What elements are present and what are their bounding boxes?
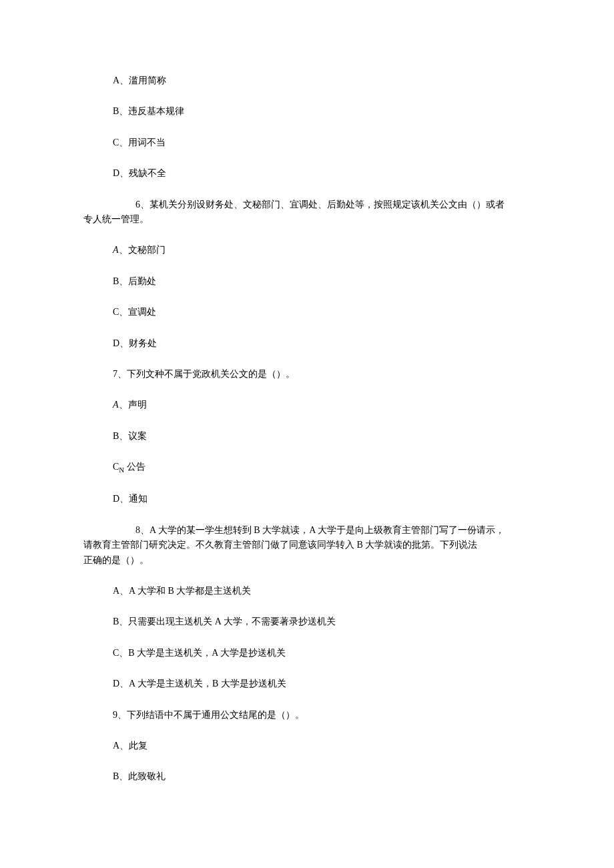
q6-stem-line2: 专人统一管理。 bbox=[83, 212, 531, 227]
q6-optA-prefix: A bbox=[113, 245, 119, 255]
q9-option-b: B、此致敬礼 bbox=[113, 769, 531, 784]
q8-option-a: A、A 大学和 B 大学都是主送机关 bbox=[113, 584, 531, 598]
q9-option-a: A、此复 bbox=[113, 739, 531, 753]
q8-stem: 8、A 大学的某一学生想转到 B 大学就读，A 大学于是向上级教育主管部门写了一… bbox=[83, 523, 531, 568]
q6-stem-line1: 6、某机关分别设财务处、文秘部门、宜调处、后勤处等，按照规定该机关公文由（）或者 bbox=[83, 197, 531, 212]
document-page: A、滥用简称 B、违反基本规律 C、用词不当 D、残缺不全 6、某机关分别设财务… bbox=[0, 0, 614, 854]
q6-option-c: C、宣调处 bbox=[113, 305, 531, 320]
q8-stem-line2: 请教育主管部门研究决定。不久教育主管部门做了同意该同学转入 B 大学就读的批第。… bbox=[83, 538, 531, 552]
q5-option-d: D、残缺不全 bbox=[113, 166, 531, 181]
q7-option-c: CN 公告 bbox=[113, 460, 531, 476]
q6-option-d: D、财务处 bbox=[113, 336, 531, 351]
q5-option-a: A、滥用简称 bbox=[113, 73, 531, 88]
q8-option-c: C、B 大学是主送机关，A 大学是抄送机关 bbox=[113, 646, 531, 661]
q8-stem-line3: 正确的是（）。 bbox=[83, 553, 531, 568]
q8-option-d: D、A 大学是主送机关，B 大学是抄送机关 bbox=[113, 677, 531, 691]
q6-option-b: B、后勤处 bbox=[113, 274, 531, 289]
q7-option-a: A、声明 bbox=[113, 398, 531, 412]
q7-optA-rest: 、声明 bbox=[119, 400, 147, 410]
q7-option-d: D、通知 bbox=[113, 492, 531, 506]
q8-option-b: B、只需要出现主送机关 A 大学，不需要著录抄送机关 bbox=[113, 614, 531, 629]
q7-option-b: B、议案 bbox=[113, 429, 531, 444]
q6-option-a: A、文秘部门 bbox=[113, 243, 531, 258]
q7-optA-prefix: A bbox=[113, 400, 119, 410]
q7-optC-prefix: C bbox=[113, 462, 119, 472]
q7-optC-rest: 公告 bbox=[124, 462, 145, 472]
q5-option-c: C、用词不当 bbox=[113, 135, 531, 150]
q7-stem: 7、下列文种不属于党政机关公文的是（）。 bbox=[113, 367, 531, 382]
q8-stem-line1: 8、A 大学的某一学生想转到 B 大学就读，A 大学于是向上级教育主管部门写了一… bbox=[83, 523, 531, 538]
q9-stem: 9、下列结语中不属于通用公文结尾的是（）。 bbox=[113, 708, 531, 723]
q6-stem: 6、某机关分别设财务处、文秘部门、宜调处、后勤处等，按照规定该机关公文由（）或者… bbox=[83, 197, 531, 228]
q6-optA-rest: 、文秘部门 bbox=[119, 245, 166, 255]
q5-option-b: B、违反基本规律 bbox=[113, 104, 531, 119]
